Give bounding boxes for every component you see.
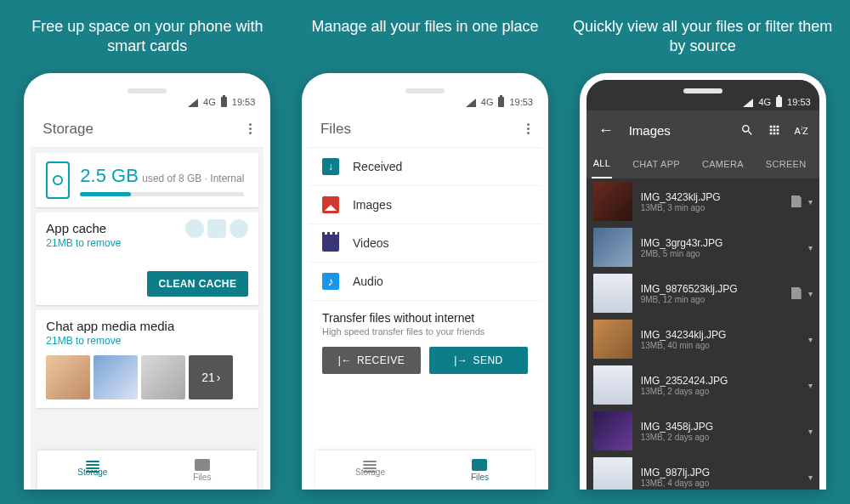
transfer-sub: High speed transfer files to your friend…: [322, 326, 528, 337]
storage-icon: [363, 464, 377, 466]
media-thumb[interactable]: [94, 355, 138, 399]
transfer-section: Transfer files without internet High spe…: [309, 301, 541, 374]
category-audio[interactable]: Audio: [309, 263, 541, 301]
image-name: IMG_3458j.JPG: [641, 421, 800, 433]
tab-all[interactable]: ALL: [592, 150, 612, 178]
storage-usage-card[interactable]: 2.5 GB used of 8 GB · Internal: [36, 153, 258, 207]
chat-media-card: Chat app media media 21MB to remove 21 ›: [36, 310, 258, 408]
clock: 19:53: [232, 97, 256, 107]
image-thumb: [593, 274, 632, 313]
usage-label: used of 8 GB · Internal: [142, 173, 244, 184]
chevron-right-icon: ›: [217, 371, 221, 384]
clock: 19:53: [509, 97, 533, 107]
image-row[interactable]: IMG_3458j.JPG13MB, 2 days ago▾: [586, 408, 819, 454]
bottom-nav: Storage Files: [315, 450, 535, 490]
nav-files[interactable]: Files: [147, 450, 257, 490]
category-label: Videos: [353, 236, 389, 250]
nav-storage[interactable]: Storage: [315, 450, 425, 490]
image-thumb: [593, 182, 632, 221]
category-received[interactable]: Received: [309, 148, 541, 186]
filter-tabs: ALL CHAT APP CAMERA SCREEN: [586, 150, 819, 178]
image-thumb: [593, 457, 632, 490]
image-thumb: [593, 320, 632, 359]
receive-icon: |←: [338, 354, 352, 366]
phone-speaker: [405, 88, 445, 93]
battery-icon: [221, 97, 227, 107]
tab-screen[interactable]: SCREEN: [764, 159, 808, 169]
chevron-down-icon[interactable]: ▾: [808, 473, 813, 482]
page-title: Storage: [42, 121, 94, 138]
cache-decoration-icon: [185, 219, 248, 238]
send-icon: |→: [454, 354, 468, 366]
image-row[interactable]: IMG_34234klj.JPG13MB, 40 min ago▾: [586, 316, 819, 362]
phone-storage: 4G 19:53 Storage 2.5 GB used of 8 GB: [24, 73, 270, 490]
received-icon: [322, 158, 339, 175]
image-meta: 13MB, 4 days ago: [641, 479, 800, 488]
image-name: IMG_9876523klj.JPG: [641, 283, 783, 295]
media-thumb[interactable]: [141, 355, 185, 399]
status-bar: 4G 19:53: [586, 80, 819, 110]
chevron-down-icon[interactable]: ▾: [808, 335, 813, 344]
appbar-images: ← Images A↓Z: [586, 110, 819, 150]
category-images[interactable]: Images: [309, 186, 541, 224]
clean-cache-button[interactable]: CLEAN CACHE: [147, 271, 249, 297]
nav-label: Storage: [355, 467, 385, 477]
sdcard-icon: [791, 195, 802, 207]
image-name: IMG_2352424.JPG: [641, 375, 800, 387]
image-meta: 13MB, 2 days ago: [641, 433, 800, 442]
category-videos[interactable]: Videos: [309, 224, 541, 263]
transfer-title: Transfer files without internet: [322, 311, 528, 325]
image-row[interactable]: IMG_3grg43r.JPG2MB, 5 min ago▾: [586, 224, 819, 270]
overflow-menu-icon[interactable]: [249, 123, 252, 134]
phone-images: 4G 19:53 ← Images A↓Z ALL: [580, 73, 826, 490]
more-count: 21: [201, 371, 215, 384]
appbar-files: Files: [309, 110, 541, 148]
image-meta: 9MB, 12 min ago: [641, 295, 783, 304]
nav-storage[interactable]: Storage: [37, 450, 147, 490]
battery-icon: [498, 97, 504, 107]
send-button[interactable]: |→ SEND: [429, 347, 528, 374]
audio-icon: [322, 273, 339, 290]
app-cache-card: App cache 21MB to remove CLEAN CACHE: [36, 212, 258, 305]
image-row[interactable]: IMG_3423klj.JPG13MB, 3 min ago▾: [586, 178, 819, 224]
nav-label: Files: [193, 473, 211, 482]
media-more-button[interactable]: 21 ›: [189, 355, 233, 399]
chevron-down-icon[interactable]: ▾: [808, 381, 813, 390]
tab-camera[interactable]: CAMERA: [700, 159, 745, 169]
chevron-down-icon[interactable]: ▾: [808, 197, 813, 207]
folder-icon: [195, 459, 210, 471]
tab-chat-app[interactable]: CHAT APP: [631, 159, 682, 169]
images-icon: [322, 196, 339, 213]
battery-icon: [776, 97, 782, 107]
chevron-down-icon[interactable]: ▾: [808, 427, 813, 436]
image-meta: 2MB, 5 min ago: [641, 249, 800, 258]
usage-value: 2.5 GB: [80, 165, 138, 186]
caption-3: Quickly view all your files or filter th…: [567, 17, 839, 58]
usage-bar: [80, 192, 244, 196]
receive-button[interactable]: |← RECEIVE: [322, 347, 421, 374]
chevron-down-icon[interactable]: ▾: [808, 243, 813, 252]
sort-button[interactable]: A↓Z: [795, 124, 808, 136]
status-bar: 4G 19:53: [31, 80, 264, 110]
sdcard-icon: [791, 287, 802, 299]
grid-view-icon[interactable]: [768, 123, 781, 137]
image-name: IMG_3423klj.JPG: [641, 191, 783, 203]
image-row[interactable]: IMG_2352424.JPG13MB, 2 days ago▾: [586, 362, 819, 408]
image-name: IMG_34234klj.JPG: [641, 329, 800, 341]
signal-icon: [743, 99, 753, 107]
media-thumb[interactable]: [46, 355, 90, 399]
appbar-storage: Storage: [31, 110, 264, 148]
chevron-down-icon[interactable]: ▾: [808, 289, 813, 298]
folder-icon: [472, 459, 487, 471]
status-bar: 4G 19:53: [309, 80, 541, 110]
image-row[interactable]: IMG_987lj.JPG13MB, 4 days ago▾: [586, 454, 819, 490]
image-name: IMG_3grg43r.JPG: [641, 237, 800, 249]
image-list[interactable]: IMG_3423klj.JPG13MB, 3 min ago▾IMG_3grg4…: [586, 178, 819, 490]
search-icon[interactable]: [740, 123, 754, 137]
image-row[interactable]: IMG_9876523klj.JPG9MB, 12 min ago▾: [586, 270, 819, 316]
back-icon[interactable]: ←: [598, 122, 614, 139]
page-title: Files: [320, 121, 351, 138]
caption-2: Manage all your files in one place: [311, 17, 538, 58]
overflow-menu-icon[interactable]: [527, 123, 530, 134]
nav-files[interactable]: Files: [425, 450, 535, 490]
